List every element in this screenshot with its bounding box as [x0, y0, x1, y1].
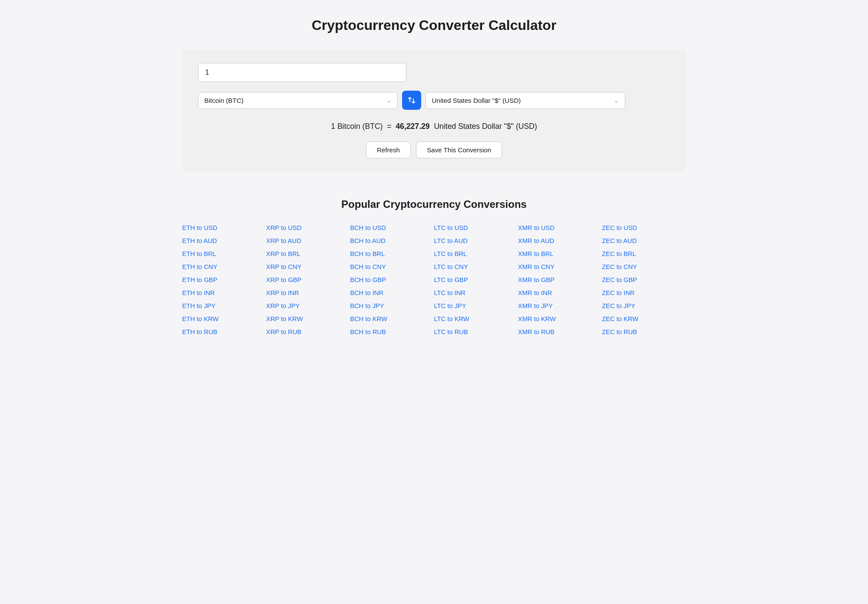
conversion-link[interactable]: LTC to INR — [434, 288, 518, 298]
conversion-link[interactable]: ETH to KRW — [182, 314, 266, 324]
conversion-link[interactable]: LTC to CNY — [434, 262, 518, 272]
conversion-link[interactable]: XMR to BRL — [518, 249, 602, 259]
conversion-link[interactable]: ZEC to AUD — [602, 236, 686, 246]
conversion-link[interactable]: BCH to GBP — [350, 275, 434, 285]
conversion-link[interactable]: ETH to JPY — [182, 301, 266, 311]
conversion-link[interactable]: LTC to KRW — [434, 314, 518, 324]
from-chevron-icon: ⌄ — [386, 97, 391, 104]
result-currency-label: United States Dollar "$" (USD) — [434, 122, 537, 131]
conversion-link[interactable]: LTC to AUD — [434, 236, 518, 246]
conversion-link[interactable]: XMR to AUD — [518, 236, 602, 246]
conversion-link[interactable]: LTC to BRL — [434, 249, 518, 259]
conversions-grid: ETH to USDXRP to USDBCH to USDLTC to USD… — [182, 223, 686, 337]
conversion-link[interactable]: BCH to JPY — [350, 301, 434, 311]
conversion-link[interactable]: XRP to RUB — [266, 327, 350, 337]
conversion-link[interactable]: XMR to INR — [518, 288, 602, 298]
conversion-link[interactable]: ETH to USD — [182, 223, 266, 233]
conversion-link[interactable]: XMR to USD — [518, 223, 602, 233]
result-value: 46,227.29 — [396, 122, 429, 131]
to-chevron-icon: ⌄ — [614, 97, 619, 104]
conversion-link[interactable]: ZEC to INR — [602, 288, 686, 298]
conversion-link[interactable]: XRP to GBP — [266, 275, 350, 285]
swap-button[interactable] — [402, 91, 421, 110]
conversion-link[interactable]: ZEC to USD — [602, 223, 686, 233]
conversion-link[interactable]: ZEC to RUB — [602, 327, 686, 337]
conversion-link[interactable]: ZEC to CNY — [602, 262, 686, 272]
converter-card: Bitcoin (BTC) ⌄ United States Dollar "$"… — [182, 49, 686, 172]
conversion-link[interactable]: ETH to INR — [182, 288, 266, 298]
amount-input[interactable] — [198, 63, 406, 82]
conversion-link[interactable]: ZEC to GBP — [602, 275, 686, 285]
conversion-link[interactable]: ETH to CNY — [182, 262, 266, 272]
swap-icon — [407, 96, 416, 105]
conversion-link[interactable]: XMR to RUB — [518, 327, 602, 337]
conversion-link[interactable]: ETH to AUD — [182, 236, 266, 246]
conversion-link[interactable]: XRP to KRW — [266, 314, 350, 324]
conversion-link[interactable]: XMR to GBP — [518, 275, 602, 285]
from-currency-select[interactable]: Bitcoin (BTC) — [205, 97, 386, 104]
conversion-link[interactable]: ETH to BRL — [182, 249, 266, 259]
popular-section: Popular Cryptocurrency Conversions ETH t… — [182, 198, 686, 337]
from-currency-wrapper: Bitcoin (BTC) ⌄ — [198, 92, 398, 109]
result-row: 1 Bitcoin (BTC) = 46,227.29 United State… — [198, 122, 670, 131]
conversion-link[interactable]: ZEC to BRL — [602, 249, 686, 259]
conversion-link[interactable]: LTC to JPY — [434, 301, 518, 311]
conversion-link[interactable]: LTC to USD — [434, 223, 518, 233]
selectors-row: Bitcoin (BTC) ⌄ United States Dollar "$"… — [198, 91, 670, 110]
conversion-link[interactable]: XMR to CNY — [518, 262, 602, 272]
conversion-link[interactable]: XRP to BRL — [266, 249, 350, 259]
conversion-link[interactable]: ZEC to JPY — [602, 301, 686, 311]
conversion-link[interactable]: ZEC to KRW — [602, 314, 686, 324]
conversion-link[interactable]: XRP to JPY — [266, 301, 350, 311]
actions-row: Refresh Save This Conversion — [198, 141, 670, 158]
conversion-link[interactable]: XMR to KRW — [518, 314, 602, 324]
conversion-link[interactable]: XRP to AUD — [266, 236, 350, 246]
conversion-link[interactable]: BCH to CNY — [350, 262, 434, 272]
conversion-link[interactable]: BCH to KRW — [350, 314, 434, 324]
conversion-link[interactable]: XRP to CNY — [266, 262, 350, 272]
conversion-link[interactable]: ETH to GBP — [182, 275, 266, 285]
conversion-link[interactable]: LTC to GBP — [434, 275, 518, 285]
conversion-link[interactable]: BCH to BRL — [350, 249, 434, 259]
conversion-link[interactable]: LTC to RUB — [434, 327, 518, 337]
result-equals: = — [387, 122, 391, 131]
save-conversion-button[interactable]: Save This Conversion — [416, 141, 502, 158]
conversion-link[interactable]: ETH to RUB — [182, 327, 266, 337]
to-currency-wrapper: United States Dollar "$" (USD) ⌄ — [426, 92, 625, 109]
conversion-link[interactable]: BCH to INR — [350, 288, 434, 298]
result-from-text: 1 Bitcoin (BTC) — [331, 122, 383, 131]
popular-title: Popular Cryptocurrency Conversions — [182, 198, 686, 210]
refresh-button[interactable]: Refresh — [366, 141, 411, 158]
page-title: Cryptocurrency Converter Calculator — [26, 17, 842, 33]
conversion-link[interactable]: BCH to RUB — [350, 327, 434, 337]
conversion-link[interactable]: XRP to USD — [266, 223, 350, 233]
conversion-link[interactable]: XMR to JPY — [518, 301, 602, 311]
conversion-link[interactable]: BCH to USD — [350, 223, 434, 233]
conversion-link[interactable]: XRP to INR — [266, 288, 350, 298]
conversion-link[interactable]: BCH to AUD — [350, 236, 434, 246]
to-currency-select[interactable]: United States Dollar "$" (USD) — [432, 97, 614, 104]
